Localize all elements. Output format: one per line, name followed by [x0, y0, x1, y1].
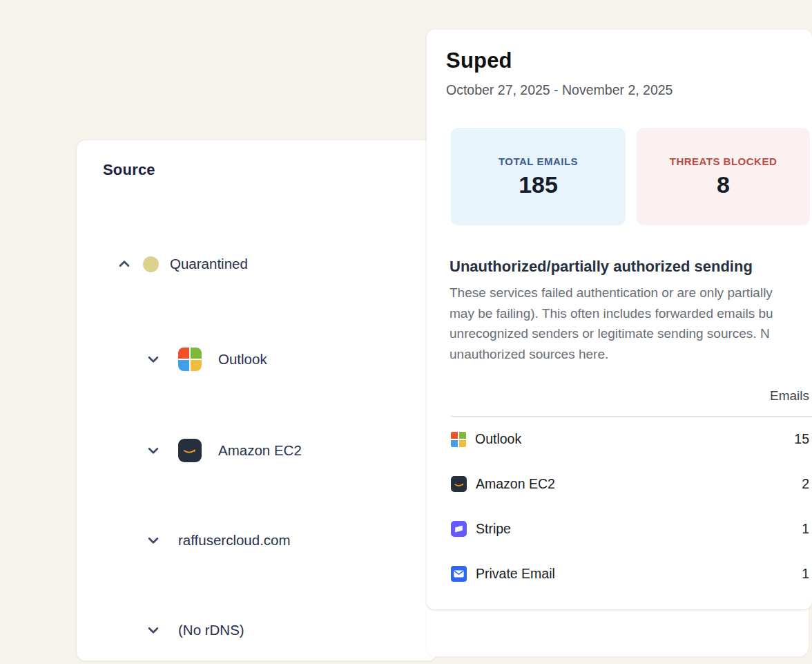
service-name: Stripe [476, 521, 511, 537]
service-table: Outlook 15 Amazon EC2 2 [427, 417, 812, 596]
tree-item-label: (No rDNS) [178, 622, 244, 638]
stat-value: 185 [519, 171, 558, 198]
stat-label: TOTAL EMAILS [499, 155, 578, 167]
report-title: Suped [446, 48, 512, 73]
table-row: Amazon EC2 2 [427, 462, 812, 506]
table-row: Private Email 1 [427, 551, 812, 596]
microsoft-logo-icon [178, 348, 202, 371]
section-description: These services failed authentication or … [450, 283, 773, 364]
table-header-emails: Emails [770, 388, 809, 404]
tree-item-label: Outlook [218, 351, 267, 368]
description-line: These services failed authentication or … [450, 283, 773, 303]
tree-item-label: raffusercloud.com [178, 532, 291, 549]
service-name: Private Email [476, 566, 555, 582]
source-panel: Source Quarantined Outlook Amazon EC2 [76, 140, 438, 661]
source-panel-heading: Source [103, 161, 155, 179]
private-email-logo-icon [451, 566, 467, 582]
description-line: unauthorized sources here. [450, 344, 773, 365]
quarantine-dot-icon [143, 256, 159, 272]
microsoft-logo-icon [451, 432, 466, 447]
service-email-count: 2 [802, 476, 809, 492]
chevron-down-icon[interactable] [144, 531, 162, 549]
amazon-logo-icon [451, 476, 467, 492]
service-name: Outlook [475, 431, 521, 447]
description-line: may be failing). This often includes for… [450, 303, 773, 324]
table-row: Outlook 15 [427, 417, 812, 462]
chevron-down-icon[interactable] [144, 621, 162, 639]
tree-item-amazon-ec2[interactable]: Amazon EC2 [144, 437, 302, 464]
stat-label: THREATS BLOCKED [670, 155, 777, 167]
tree-item-label: Amazon EC2 [218, 442, 302, 459]
service-name: Amazon EC2 [476, 476, 555, 492]
chevron-down-icon[interactable] [144, 442, 162, 459]
stats-row: TOTAL EMAILS 185 THREATS BLOCKED 8 [451, 128, 810, 225]
tree-item-no-rdns[interactable]: (No rDNS) [144, 617, 244, 643]
chevron-down-icon[interactable] [144, 350, 162, 368]
stat-card-threats-blocked: THREATS BLOCKED 8 [637, 128, 810, 225]
stat-value: 8 [717, 171, 730, 198]
tree-item-outlook[interactable]: Outlook [144, 346, 267, 372]
service-email-count: 1 [802, 521, 809, 537]
chevron-up-icon[interactable] [115, 255, 133, 273]
amazon-logo-icon [178, 439, 202, 462]
section-heading: Unauthorized/partially authorized sendin… [450, 258, 753, 276]
tree-item-label: Quarantined [170, 256, 248, 272]
report-date-range: October 27, 2025 - November 2, 2025 [446, 82, 673, 98]
service-email-count: 1 [802, 566, 809, 582]
tree-item-raffusercloud[interactable]: raffusercloud.com [144, 527, 291, 553]
service-email-count: 15 [794, 431, 809, 447]
report-card: Suped October 27, 2025 - November 2, 202… [426, 30, 812, 610]
stripe-logo-icon [451, 521, 467, 537]
stat-card-total-emails: TOTAL EMAILS 185 [451, 128, 626, 225]
description-line: unrecognized senders or legitimate sendi… [450, 323, 773, 344]
tree-item-quarantined[interactable]: Quarantined [115, 251, 248, 277]
table-row: Stripe 1 [427, 506, 812, 551]
